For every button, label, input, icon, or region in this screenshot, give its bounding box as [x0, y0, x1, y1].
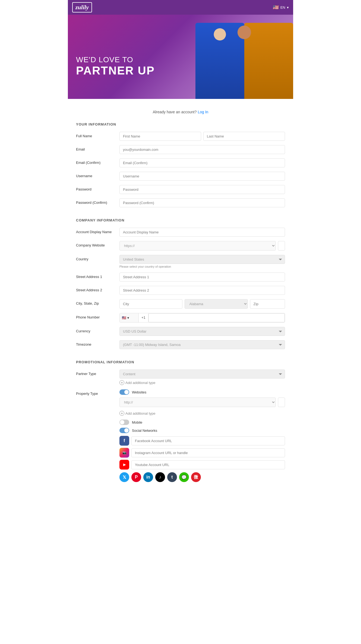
logo: zulily — [72, 2, 92, 12]
email-confirm-field — [119, 158, 285, 167]
instagram-input-row: 📷 — [119, 448, 285, 458]
already-account-text: Already have an account? — [153, 110, 197, 114]
websites-toggle-slider — [119, 389, 129, 395]
email-field — [119, 145, 285, 154]
password-field — [119, 185, 285, 194]
hero-text: WE'D LOVE TO PARTNER UP — [76, 55, 155, 77]
property-type-field: Websites http:// https:// + Add addition… — [119, 389, 285, 482]
website-input[interactable] — [278, 241, 285, 251]
full-name-row: Full Name — [76, 132, 285, 141]
password-confirm-field — [119, 198, 285, 207]
tiktok-icon-button[interactable]: ♪ — [155, 472, 165, 482]
websites-label: Websites — [132, 390, 146, 394]
company-website-label: Company Website — [76, 241, 119, 247]
social-icons-row: 𝕏 P in ♪ t 💬 微 — [119, 472, 285, 482]
login-link[interactable]: Log In — [198, 110, 208, 114]
country-row: Country United States Canada United King… — [76, 255, 285, 268]
password-label: Password — [76, 185, 119, 191]
last-name-input[interactable] — [203, 132, 285, 141]
currency-row: Currency USD US Dollar EUR Euro GBP Brit… — [76, 327, 285, 336]
tumblr-icon-button[interactable]: t — [167, 472, 177, 482]
street1-input[interactable] — [119, 273, 285, 282]
twitter-icon-button[interactable]: 𝕏 — [119, 472, 129, 482]
website-protocol-select[interactable]: http:// https:// — [119, 398, 276, 407]
instagram-input[interactable] — [131, 448, 285, 457]
website-url-input[interactable] — [278, 398, 285, 407]
header: zulily 🇺🇸 EN ▾ — [68, 0, 293, 15]
password-confirm-row: Password (Confirm) — [76, 198, 285, 207]
company-information-title: COMPANY INFORMATION — [76, 218, 285, 222]
main-content: Already have an account? Log In YOUR INF… — [68, 99, 293, 504]
partner-type-field: Content Coupon Email + Add additional ty… — [119, 370, 285, 385]
phone-row: Phone Number 🇺🇸 ▾ +1 — [76, 313, 285, 323]
full-name-label: Full Name — [76, 132, 119, 138]
weibo-icon-button[interactable]: 微 — [191, 472, 201, 482]
your-information-section: YOUR INFORMATION Full Name Email Email (… — [76, 122, 285, 207]
country-help: Please select your country of operation — [119, 265, 285, 268]
currency-select[interactable]: USD US Dollar EUR Euro GBP British Pound — [119, 327, 285, 336]
timezone-select[interactable]: (GMT -11:00) Midway Island, Samoa (GMT -… — [119, 340, 285, 349]
phone-code: +1 — [139, 313, 148, 322]
city-state-zip-label: City, State, Zip — [76, 299, 119, 305]
facebook-input[interactable] — [131, 436, 285, 445]
email-confirm-row: Email (Confirm) — [76, 158, 285, 167]
email-confirm-label: Email (Confirm) — [76, 158, 119, 165]
facebook-input-row: f — [119, 436, 285, 446]
password-row: Password — [76, 185, 285, 194]
password-confirm-label: Password (Confirm) — [76, 198, 119, 205]
figure-right — [244, 23, 293, 99]
email-input[interactable] — [119, 145, 285, 154]
hero-banner: WE'D LOVE TO PARTNER UP — [68, 15, 293, 99]
timezone-label: Timezone — [76, 340, 119, 346]
mobile-toggle-row: Mobile — [119, 420, 285, 425]
phone-number-input[interactable] — [148, 313, 285, 322]
timezone-field: (GMT -11:00) Midway Island, Samoa (GMT -… — [119, 340, 285, 349]
country-select[interactable]: United States Canada United Kingdom — [119, 255, 285, 264]
websites-toggle-row: Websites — [119, 389, 285, 395]
linkedin-icon-button[interactable]: in — [143, 472, 153, 482]
your-information-title: YOUR INFORMATION — [76, 122, 285, 126]
social-networks-toggle[interactable] — [119, 428, 129, 433]
mobile-label: Mobile — [132, 420, 142, 424]
email-confirm-input[interactable] — [119, 158, 285, 167]
full-name-field — [119, 132, 285, 141]
account-display-name-input[interactable] — [119, 228, 285, 237]
street2-row: Street Address 2 — [76, 286, 285, 295]
flag-icon: 🇺🇸 — [273, 4, 279, 10]
protocol-select[interactable]: http:// https:// — [119, 241, 276, 251]
website-url-group: http:// https:// — [119, 398, 285, 407]
zip-input[interactable] — [250, 299, 285, 309]
social-networks-label: Social Networks — [132, 429, 157, 433]
language-selector[interactable]: 🇺🇸 EN ▾ — [273, 4, 289, 10]
currency-field: USD US Dollar EUR Euro GBP British Pound — [119, 327, 285, 336]
timezone-row: Timezone (GMT -11:00) Midway Island, Sam… — [76, 340, 285, 349]
email-label: Email — [76, 145, 119, 151]
street2-field — [119, 286, 285, 295]
add-additional-type-button[interactable]: + Add additional type — [119, 380, 156, 385]
mobile-toggle-slider — [119, 420, 129, 425]
phone-country-selector[interactable]: 🇺🇸 ▾ — [120, 313, 139, 322]
partner-type-select[interactable]: Content Coupon Email — [119, 370, 285, 379]
youtube-input[interactable] — [131, 460, 285, 469]
hero-line1: WE'D LOVE TO — [76, 55, 155, 64]
username-input[interactable] — [119, 172, 285, 181]
currency-label: Currency — [76, 327, 119, 333]
first-name-input[interactable] — [119, 132, 201, 141]
mobile-toggle[interactable] — [119, 420, 129, 425]
password-input[interactable] — [119, 185, 285, 194]
account-display-name-label: Account Display Name — [76, 228, 119, 234]
city-input[interactable] — [119, 299, 182, 309]
wechat-icon-button[interactable]: 💬 — [179, 472, 189, 482]
city-state-zip-field: Alabama Alaska Arizona — [119, 299, 285, 309]
add-additional-type2-button[interactable]: + Add additional type — [119, 411, 156, 416]
hero-figures — [195, 23, 293, 99]
websites-toggle[interactable] — [119, 389, 129, 395]
account-display-name-row: Account Display Name — [76, 228, 285, 237]
password-confirm-input[interactable] — [119, 198, 285, 207]
facebook-icon: f — [119, 436, 129, 446]
street2-input[interactable] — [119, 286, 285, 295]
pinterest-icon-button[interactable]: P — [131, 472, 141, 482]
promotional-information-title: PROMOTIONAL INFORMATION — [76, 360, 285, 364]
chevron-down-icon: ▾ — [127, 316, 129, 320]
state-select[interactable]: Alabama Alaska Arizona — [185, 299, 248, 309]
